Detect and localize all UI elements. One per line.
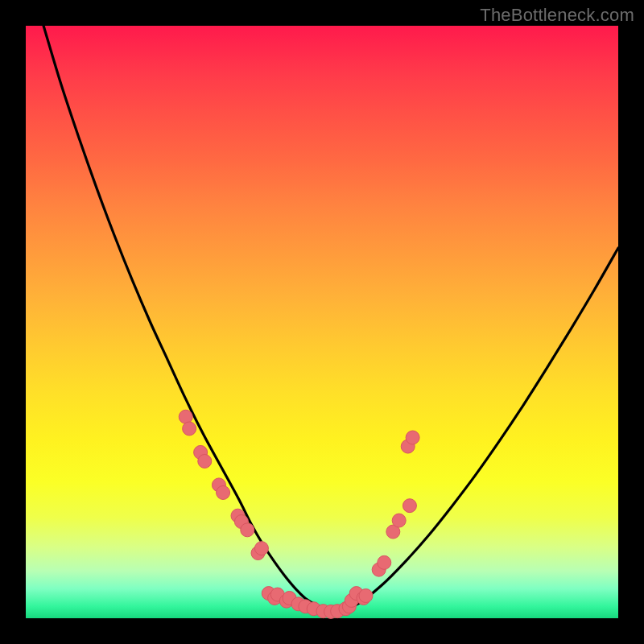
data-marker [359, 589, 373, 603]
attribution-text: TheBottleneck.com [480, 5, 634, 26]
chart-svg [26, 26, 618, 618]
data-marker [392, 514, 406, 527]
data-marker [254, 542, 268, 555]
data-marker [402, 499, 416, 513]
data-marker [183, 422, 196, 436]
data-marker [406, 431, 419, 444]
chart-stage: TheBottleneck.com [0, 0, 644, 644]
data-marker [241, 523, 254, 537]
data-marker [217, 485, 230, 499]
data-marker [198, 454, 212, 468]
data-markers [179, 410, 419, 618]
bottleneck-curve [43, 26, 618, 611]
plot-area [26, 26, 618, 618]
data-marker [378, 555, 391, 569]
